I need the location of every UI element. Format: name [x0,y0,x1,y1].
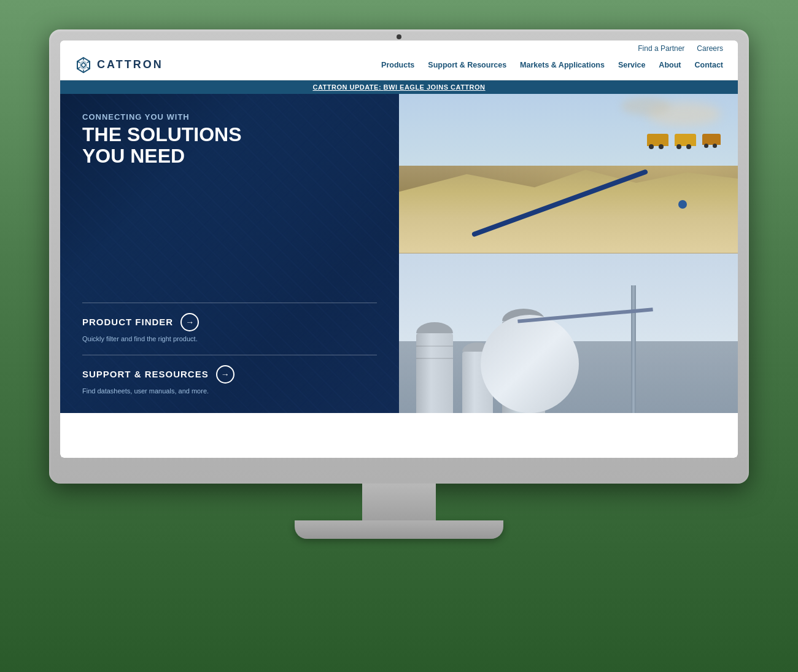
hero-text-block: CONNECTING YOU WITH THE SOLUTIONS YOU NE… [82,112,377,167]
cta1-title: PRODUCT FINDER [82,317,173,327]
hero-title: THE SOLUTIONS YOU NEED [82,124,377,167]
arrow-right-icon: → [185,317,194,327]
cattron-logo-icon [75,56,92,74]
careers-link[interactable]: Careers [697,44,723,53]
hero-section: CONNECTING YOU WITH THE SOLUTIONS YOU NE… [60,94,738,413]
cta1-description: Quickly filter and find the right produc… [82,335,377,342]
cta2-title: SUPPORT & RESOURCES [82,369,209,379]
hero-right-top-image [399,94,738,253]
camera-dot [397,34,401,39]
hero-right-bottom-image [399,253,738,413]
cta2-header: SUPPORT & RESOURCES → [82,365,377,384]
hero-subtitle: CONNECTING YOU WITH [82,112,377,122]
announcement-link[interactable]: BWI EAGLE JOINS CATTRON [384,83,486,91]
cta1-header: PRODUCT FINDER → [82,313,377,331]
cta1-arrow-button[interactable]: → [180,313,199,331]
logo-area: CATTRON [75,56,163,74]
monitor-neck [362,484,436,520]
cta2-description: Find datasheets, user manuals, and more. [82,387,377,395]
announcement-bar: CATTRON UPDATE: BWI EAGLE JOINS CATTRON [60,80,738,94]
announcement-prefix: CATTRON UPDATE: [312,83,383,91]
screen-bezel: Find a Partner Careers [60,41,738,458]
nav-support[interactable]: Support & Resources [428,61,506,69]
nav-service[interactable]: Service [618,61,645,69]
nav-links: Products Support & Resources Markets & A… [381,61,723,69]
hero-left-panel: CONNECTING YOU WITH THE SOLUTIONS YOU NE… [60,94,399,413]
cta2-arrow-button[interactable]: → [216,365,234,384]
nav-about[interactable]: About [659,61,681,69]
monitor-wrapper: Find a Partner Careers [43,29,755,643]
find-partner-link[interactable]: Find a Partner [638,44,684,53]
monitor-outer: Find a Partner Careers [49,29,749,484]
monitor-base [295,520,503,539]
support-resources-cta[interactable]: SUPPORT & RESOURCES → Find datasheets, u… [82,355,377,395]
utility-bar: Find a Partner Careers [60,41,738,56]
main-nav: CATTRON Products Support & Resources Mar… [60,56,738,80]
nav-products[interactable]: Products [381,61,414,69]
website: Find a Partner Careers [60,41,738,458]
product-finder-cta[interactable]: PRODUCT FINDER → Quickly filter and find… [82,303,377,342]
logo-text: CATTRON [97,58,163,71]
arrow-right-icon-2: → [221,369,230,379]
hero-ctas: PRODUCT FINDER → Quickly filter and find… [82,303,377,395]
nav-contact[interactable]: Contact [694,61,723,69]
nav-markets[interactable]: Markets & Applications [520,61,605,69]
